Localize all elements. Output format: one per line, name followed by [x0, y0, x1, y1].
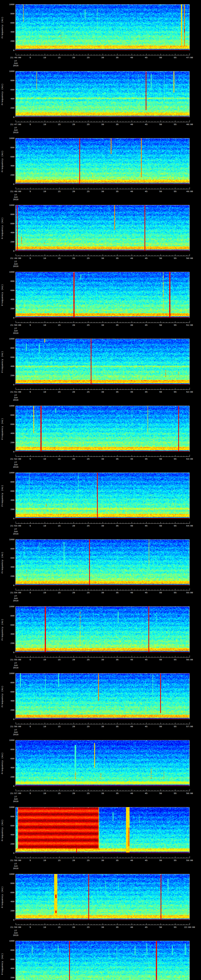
- y-axis-label: Frequency (Hz): [1, 953, 3, 975]
- plot-right-tick: [188, 567, 190, 567]
- x-tick-label: 50: [156, 592, 164, 594]
- time-minor-tick: [108, 657, 109, 657]
- time-minor-tick: [53, 322, 54, 323]
- time-minor-tick: [94, 255, 94, 256]
- y-tick-label: 800: [0, 146, 14, 149]
- plot-right-tick: [188, 348, 190, 348]
- time-minor-tick: [94, 54, 94, 55]
- time-minor-tick: [39, 389, 39, 390]
- time-minor-tick: [19, 590, 19, 590]
- x-tick-label: 20: [70, 659, 78, 661]
- x-tick-label: 40: [128, 926, 136, 929]
- x-tick-label: 45: [142, 391, 150, 393]
- time-minor-tick: [91, 924, 91, 925]
- time-minor-tick: [36, 790, 36, 791]
- plot-left-tick: [16, 380, 16, 380]
- x-start-label: 21:55:00: [5, 659, 27, 661]
- y-tick-label: 200: [0, 241, 14, 243]
- time-minor-tick: [53, 255, 54, 256]
- time-major-tick: [16, 655, 16, 657]
- time-minor-tick: [94, 121, 94, 122]
- time-minor-tick: [129, 54, 129, 55]
- y-tick-label: 400: [0, 165, 14, 167]
- x-start-label: 21:46:00: [5, 56, 27, 59]
- time-minor-tick: [94, 724, 94, 724]
- x-tick-label: 10: [41, 659, 49, 661]
- y-tick-label: 600: [0, 89, 14, 91]
- x-tick-label: 20: [70, 725, 78, 728]
- plot-top-tick: [30, 272, 30, 273]
- time-major-tick: [30, 789, 30, 791]
- time-minor-tick: [134, 590, 135, 590]
- time-minor-tick: [19, 657, 19, 657]
- x-tick-label: 25: [84, 592, 92, 594]
- x-tick-label: 15: [55, 792, 63, 795]
- plot-left-tick: [16, 27, 16, 28]
- time-minor-tick: [187, 456, 187, 457]
- time-minor-tick: [166, 523, 167, 523]
- plot-left-tick: [16, 247, 16, 247]
- time-minor-tick: [181, 389, 181, 390]
- time-minor-tick: [91, 790, 91, 791]
- plot-right-tick: [189, 945, 190, 946]
- x-tick-label: 40: [128, 659, 136, 661]
- time-minor-tick: [71, 188, 71, 189]
- time-minor-tick: [33, 121, 34, 122]
- y-tick-label: 400: [0, 967, 14, 970]
- plot-left-tick: [16, 210, 16, 210]
- x-tick-label: 30: [99, 792, 107, 795]
- y-axis-label: Frequency (Hz): [1, 284, 3, 306]
- x-tick-label: 35: [113, 926, 121, 929]
- spectrogram-panel: Frequency (Hz)0200400600800100021:55:005…: [0, 602, 201, 669]
- plot-left-tick: [16, 759, 17, 759]
- time-major-tick: [30, 121, 30, 122]
- x-end-label: 55:00: [179, 592, 200, 594]
- plot-right-tick: [189, 27, 190, 28]
- time-minor-tick: [53, 590, 54, 590]
- x-axis-date-line: 2016: [5, 399, 27, 401]
- spectrogram-image: [16, 607, 190, 652]
- x-tick-label: 20: [70, 859, 78, 862]
- time-axis-line: [16, 256, 190, 256]
- x-axis-date-line: 2016: [5, 600, 27, 602]
- x-tick-label: 40: [128, 859, 136, 862]
- plot-top-tick: [146, 339, 147, 340]
- x-tick-label: 50: [156, 458, 164, 460]
- time-minor-tick: [19, 54, 19, 55]
- x-tick-label: 10: [41, 257, 49, 259]
- spectrogram-panel: Frequency (Hz)0200400600800100021:51:005…: [0, 334, 201, 401]
- time-major-tick: [190, 254, 190, 256]
- x-axis-date-line: 2016: [5, 934, 27, 937]
- plot-top-tick: [146, 406, 147, 407]
- plot-right-tick: [189, 514, 190, 514]
- x-axis-date-line: 2016: [5, 667, 27, 669]
- plot-left-tick: [16, 420, 16, 420]
- time-minor-tick: [172, 523, 172, 523]
- x-tick-label: 45: [142, 592, 150, 594]
- time-minor-tick: [36, 188, 36, 189]
- x-tick-label: 10: [41, 926, 49, 929]
- time-minor-tick: [77, 924, 77, 925]
- plot-left-tick: [16, 763, 16, 764]
- time-minor-tick: [105, 790, 106, 791]
- time-minor-tick: [36, 121, 36, 122]
- time-minor-tick: [114, 857, 115, 858]
- time-minor-tick: [172, 255, 172, 256]
- x-tick-label: 10: [41, 792, 49, 795]
- time-minor-tick: [187, 857, 187, 858]
- time-minor-tick: [33, 857, 34, 858]
- time-minor-tick: [71, 54, 71, 55]
- time-minor-tick: [143, 188, 144, 189]
- plot-left-tick: [16, 911, 17, 911]
- time-minor-tick: [97, 322, 97, 323]
- time-minor-tick: [149, 255, 149, 256]
- plot-right-tick: [188, 892, 190, 893]
- time-minor-tick: [166, 389, 167, 390]
- x-tick-label: 30: [99, 391, 107, 393]
- time-minor-tick: [187, 121, 187, 122]
- spectrogram-image: [16, 5, 190, 50]
- time-minor-tick: [143, 54, 144, 55]
- time-minor-tick: [105, 657, 106, 657]
- time-minor-tick: [39, 456, 39, 457]
- plot-left-tick: [16, 281, 17, 282]
